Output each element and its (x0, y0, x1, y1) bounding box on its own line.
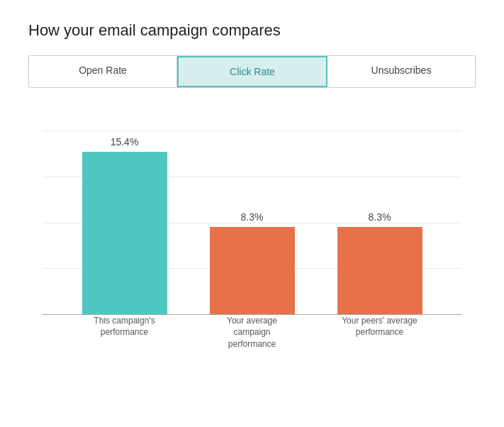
bar-group-this-campaign: 15.4% (82, 131, 167, 315)
bar-group-peers-average: 8.3% (337, 131, 422, 315)
bars-container: 15.4% 8.3% 8.3% (43, 131, 461, 315)
bar-label-your-average: Your average campaign performance (210, 315, 295, 350)
chart-wrapper: 15.4% 8.3% 8.3% This campaign's performa… (43, 109, 461, 350)
bar-this-campaign (82, 152, 167, 315)
tab-click-rate[interactable]: Click Rate (177, 56, 327, 87)
bar-label-this-campaign: This campaign's performance (82, 315, 167, 350)
tab-open-rate[interactable]: Open Rate (29, 56, 177, 87)
bar-label-peers-average: Your peers' average performance (337, 315, 422, 350)
bar-value-peers-average: 8.3% (369, 211, 391, 223)
bar-group-your-average: 8.3% (210, 131, 295, 315)
tab-unsubscribes[interactable]: Unsubscribes (327, 56, 475, 87)
tabs-container: Open Rate Click Rate Unsubscribes (28, 55, 476, 88)
bar-value-your-average: 8.3% (241, 211, 264, 223)
bar-your-average (210, 227, 295, 315)
bar-value-this-campaign: 15.4% (111, 136, 139, 148)
chart-area: 15.4% 8.3% 8.3% This campaign's performa… (28, 95, 476, 350)
page-title: How your email campaign compares (28, 21, 476, 40)
labels-container: This campaign's performance Your average… (43, 315, 461, 350)
bar-peers-average (337, 227, 422, 315)
